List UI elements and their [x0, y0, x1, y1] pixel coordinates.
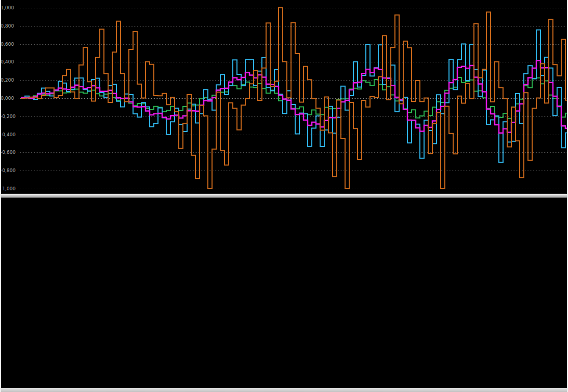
chart-splitter[interactable]: [0, 193, 568, 198]
dual-waveform-panel: 1,0000,8000,6000,4000,2000,000-0,200-0,4…: [0, 0, 568, 392]
y-tick-label: 0,000: [1, 96, 14, 101]
y-tick-label: -0,200: [1, 114, 14, 119]
y-tick-label: 0,600: [1, 42, 14, 47]
y-tick-label: 0,400: [1, 59, 14, 64]
horizontal-scrollbar-track[interactable]: [0, 388, 568, 392]
y-tick-label: 0,200: [1, 77, 14, 83]
window-border-left: [0, 0, 1, 392]
y-tick-label: -0,600: [1, 150, 14, 155]
y-tick-label: -0,800: [1, 168, 14, 173]
top-chart: 1,0000,8000,6000,4000,2000,000-0,200-0,4…: [0, 0, 568, 193]
y-tick-label: 1,000: [1, 5, 14, 10]
top-chart-canvas[interactable]: [16, 4, 568, 193]
y-tick-label: -1,000: [1, 186, 14, 191]
y-tick-label: -0,400: [1, 132, 14, 137]
bottom-chart: 0,6000,4000,2000,000-0,200-0,400-0,600: [0, 198, 568, 388]
y-tick-label: 0,800: [1, 23, 14, 29]
